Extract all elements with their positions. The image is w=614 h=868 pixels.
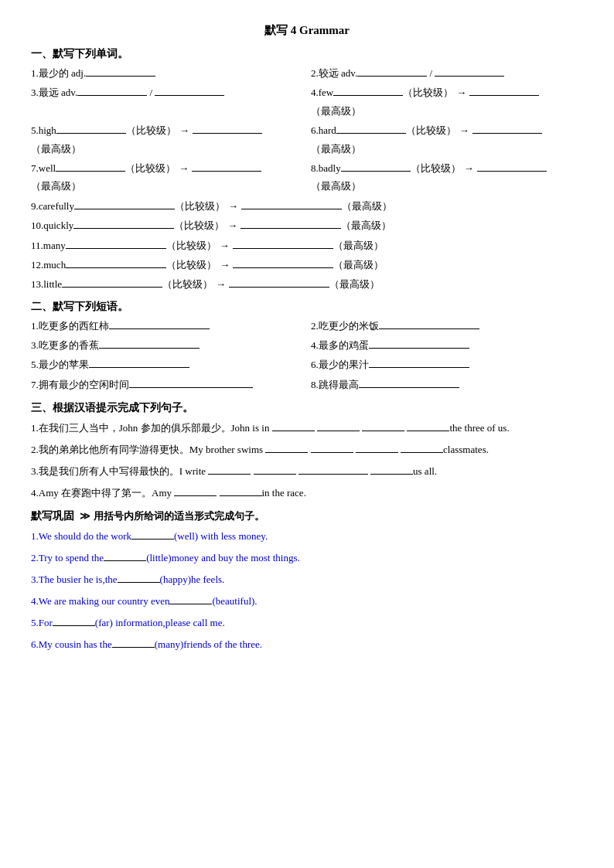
blank-s3-2[interactable] bbox=[254, 462, 296, 475]
blank-10-2[interactable] bbox=[240, 216, 341, 229]
blank-7-2[interactable] bbox=[192, 159, 261, 172]
phrase-item-6: 6.最少的果汁 bbox=[311, 356, 583, 373]
section2-title: 二、默写下列短语。 bbox=[31, 300, 583, 314]
blank-f2[interactable] bbox=[104, 549, 146, 561]
blank-11-1[interactable] bbox=[66, 237, 166, 249]
blank-s2-4[interactable] bbox=[401, 441, 443, 453]
fill-3: 3.The busier he is,the (happy)he feels. bbox=[31, 570, 583, 590]
blank-3-2[interactable] bbox=[155, 83, 224, 96]
phrase-item-4: 4.最多的鸡蛋 bbox=[311, 336, 583, 354]
section4-title: 默写巩固 bbox=[31, 510, 74, 522]
blank-s1-3[interactable] bbox=[362, 419, 404, 431]
blank-p7[interactable] bbox=[129, 376, 253, 388]
fill-5: 5.For (far) information,please call me. bbox=[31, 613, 583, 633]
blank-s4-1[interactable] bbox=[174, 484, 217, 496]
phrase-item-1: 1.吃更多的西红柿 bbox=[31, 317, 303, 335]
blank-f5[interactable] bbox=[53, 614, 95, 626]
blank-p5[interactable] bbox=[89, 356, 189, 368]
fill-2: 2.Try to spend the (little)money and buy… bbox=[31, 548, 583, 568]
blank-6-2[interactable] bbox=[472, 121, 542, 134]
blank-4-2[interactable] bbox=[469, 83, 539, 96]
vocab-item-11: 11.many （比较级） → （最高级） bbox=[31, 237, 583, 254]
phrase-item-2: 2.吃更少的米饭 bbox=[311, 317, 583, 335]
section4-container: 默写巩固 ≫ 用括号内所给词的适当形式完成句子。 bbox=[31, 509, 583, 523]
blank-f3[interactable] bbox=[118, 570, 160, 583]
fill-6: 6.My cousin has the (many)friends of the… bbox=[31, 635, 583, 655]
vocab-item-2: 2.较远 adv. / bbox=[311, 64, 583, 82]
blank-p2[interactable] bbox=[379, 317, 479, 329]
blank-s2-2[interactable] bbox=[311, 441, 353, 453]
vocab-item-3: 3.最远 adv. / bbox=[31, 83, 303, 120]
blank-2-2[interactable] bbox=[435, 64, 504, 77]
vocab-item-10: 10.quickly （比较级） → （最高级） bbox=[31, 216, 583, 234]
blank-f1[interactable] bbox=[131, 527, 174, 540]
vocab-item-7: 7.well （比较级） → （最高级） bbox=[31, 159, 303, 196]
blank-6-1[interactable] bbox=[336, 121, 406, 134]
section1-title: 一、默写下列单词。 bbox=[31, 47, 583, 61]
vocab-item-1: 1.最少的 adj. bbox=[31, 64, 303, 82]
vocab-item-4: 4.few （比较级） → （最高级） bbox=[311, 83, 583, 120]
blank-p6[interactable] bbox=[369, 356, 469, 368]
blank-1-1[interactable] bbox=[86, 64, 155, 77]
phrase-item-3: 3.吃更多的香蕉 bbox=[31, 336, 303, 354]
blank-7-1[interactable] bbox=[56, 159, 125, 172]
blank-s1-4[interactable] bbox=[407, 419, 449, 431]
page-title: 默写 4 Grammar bbox=[31, 23, 583, 38]
section4-subtitle: 用括号内所给词的适当形式完成句子。 bbox=[94, 510, 264, 522]
blank-s4-2[interactable] bbox=[220, 484, 262, 496]
blank-8-2[interactable] bbox=[477, 159, 547, 172]
blank-s3-4[interactable] bbox=[370, 462, 413, 475]
fill-1: 1.We should do the work (well) with less… bbox=[31, 526, 583, 546]
blank-9-1[interactable] bbox=[74, 197, 175, 209]
blank-s3-1[interactable] bbox=[208, 462, 251, 475]
vocab-item-9: 9.carefully （比较级） → （最高级） bbox=[31, 197, 583, 215]
sentence-4: 4.Amy 在赛跑中得了第一。Amy in the race. bbox=[31, 483, 583, 503]
blank-12-2[interactable] bbox=[233, 256, 333, 268]
blank-p4[interactable] bbox=[369, 336, 469, 349]
sentence-2: 2.我的弟弟比他所有同学游得更快。My brother swims classm… bbox=[31, 440, 583, 460]
blank-s1-1[interactable] bbox=[272, 419, 315, 431]
blank-3-1[interactable] bbox=[77, 83, 147, 96]
blank-13-1[interactable] bbox=[62, 275, 162, 288]
phrase-item-5: 5.最少的苹果 bbox=[31, 356, 303, 373]
blank-13-2[interactable] bbox=[229, 275, 329, 288]
sentence-3: 3.我是我们所有人中写得最快的。I write us all. bbox=[31, 461, 583, 482]
blank-f6[interactable] bbox=[112, 635, 155, 648]
phrase-item-7: 7.拥有最少的空闲时间 bbox=[31, 376, 303, 393]
vocab-item-6: 6.hard （比较级） → （最高级） bbox=[311, 121, 583, 158]
blank-s2-1[interactable] bbox=[265, 441, 308, 453]
sentence-1: 1.在我们三人当中，John 参加的俱乐部最少。John is in the t… bbox=[31, 418, 583, 438]
section4-title2: ≫ bbox=[80, 510, 90, 522]
blank-p3[interactable] bbox=[99, 336, 200, 349]
vocab-item-12: 12.much （比较级） → （最高级） bbox=[31, 256, 583, 274]
fill-4: 4.We are making our country even (beauti… bbox=[31, 591, 583, 611]
fill-section: 1.We should do the work (well) with less… bbox=[31, 526, 583, 655]
vocab-item-13: 13.little （比较级） → （最高级） bbox=[31, 275, 583, 293]
blank-s1-2[interactable] bbox=[317, 419, 360, 431]
blank-f4[interactable] bbox=[169, 592, 212, 604]
vocab-item-8: 8.badly （比较级） → （最高级） bbox=[311, 159, 583, 196]
blank-5-2[interactable] bbox=[193, 121, 262, 134]
blank-9-2[interactable] bbox=[241, 197, 342, 209]
blank-5-1[interactable] bbox=[56, 121, 126, 134]
blank-10-1[interactable] bbox=[73, 216, 174, 229]
blank-p1[interactable] bbox=[109, 317, 210, 329]
blank-4-1[interactable] bbox=[333, 83, 403, 96]
vocab-item-5: 5.high （比较级） → （最高级） bbox=[31, 121, 303, 158]
section3-title: 三、根据汉语提示完成下列句子。 bbox=[31, 401, 583, 415]
blank-s3-3[interactable] bbox=[298, 462, 368, 475]
blank-s2-3[interactable] bbox=[356, 441, 398, 453]
blank-p8[interactable] bbox=[359, 376, 459, 388]
blank-11-2[interactable] bbox=[233, 237, 333, 249]
blank-12-1[interactable] bbox=[66, 256, 166, 268]
blank-8-1[interactable] bbox=[341, 159, 411, 172]
phrase-item-8: 8.跳得最高 bbox=[311, 376, 583, 393]
blank-2-1[interactable] bbox=[357, 64, 427, 77]
